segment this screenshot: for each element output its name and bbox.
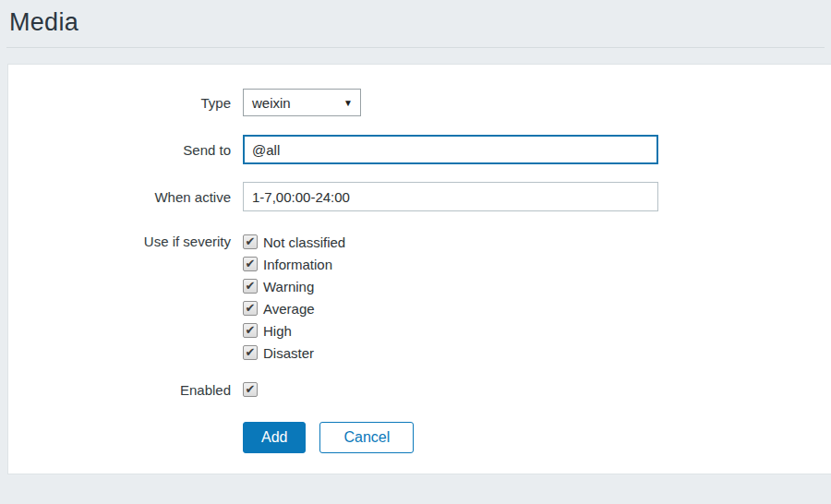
severity-option-label: Warning: [263, 279, 314, 294]
checkmark-icon: ✔: [246, 302, 256, 314]
type-label: Type: [8, 95, 243, 111]
use-if-severity-row: Use if severity ✔ Not classified ✔ Infor…: [8, 231, 831, 364]
chevron-down-icon: ▼: [343, 98, 353, 108]
type-select-value: weixin: [252, 95, 291, 111]
severity-option-disaster[interactable]: ✔ Disaster: [243, 342, 345, 364]
severity-option-label: Information: [263, 257, 332, 272]
checkmark-icon: ✔: [246, 324, 256, 336]
severity-option-warning[interactable]: ✔ Warning: [243, 275, 345, 297]
checkbox-checked-icon[interactable]: ✔: [243, 345, 258, 360]
checkmark-icon: ✔: [246, 258, 256, 270]
page-header: Media: [6, 0, 825, 48]
enabled-checkbox[interactable]: ✔: [243, 382, 258, 397]
checkmark-icon: ✔: [246, 346, 256, 358]
severity-option-label: Disaster: [263, 345, 314, 361]
enabled-label: Enabled: [8, 382, 243, 398]
severity-checkbox-list: ✔ Not classified ✔ Information ✔ Warning…: [243, 231, 345, 364]
severity-option-label: Not classified: [263, 234, 345, 250]
checkbox-checked-icon[interactable]: ✔: [243, 323, 258, 338]
when-active-row: When active: [8, 182, 831, 211]
checkmark-icon: ✔: [246, 383, 256, 395]
severity-option-high[interactable]: ✔ High: [243, 319, 345, 342]
use-if-severity-label: Use if severity: [8, 231, 243, 253]
severity-option-average[interactable]: ✔ Average: [243, 297, 345, 319]
page-title: Media: [9, 8, 822, 37]
severity-option-not-classified[interactable]: ✔ Not classified: [243, 231, 345, 253]
add-button[interactable]: Add: [243, 422, 306, 453]
when-active-label: When active: [8, 189, 243, 205]
checkbox-checked-icon[interactable]: ✔: [243, 279, 258, 294]
type-row: Type weixin ▼: [8, 89, 831, 116]
media-form-panel: Type weixin ▼ Send to When active Use if…: [7, 64, 831, 474]
checkbox-checked-icon[interactable]: ✔: [243, 257, 258, 271]
severity-option-label: Average: [263, 301, 315, 317]
checkmark-icon: ✔: [246, 280, 256, 292]
checkbox-checked-icon[interactable]: ✔: [243, 234, 258, 249]
send-to-label: Send to: [8, 142, 243, 158]
send-to-input[interactable]: [243, 135, 658, 164]
send-to-row: Send to: [8, 135, 831, 164]
severity-option-label: High: [263, 323, 292, 339]
when-active-input[interactable]: [243, 182, 658, 211]
enabled-row: Enabled ✔: [8, 382, 831, 398]
checkmark-icon: ✔: [246, 235, 256, 247]
checkbox-checked-icon[interactable]: ✔: [243, 301, 258, 316]
cancel-button[interactable]: Cancel: [319, 422, 414, 453]
type-select[interactable]: weixin ▼: [243, 89, 361, 116]
severity-option-information[interactable]: ✔ Information: [243, 253, 345, 275]
form-buttons: Add Cancel: [243, 422, 831, 453]
